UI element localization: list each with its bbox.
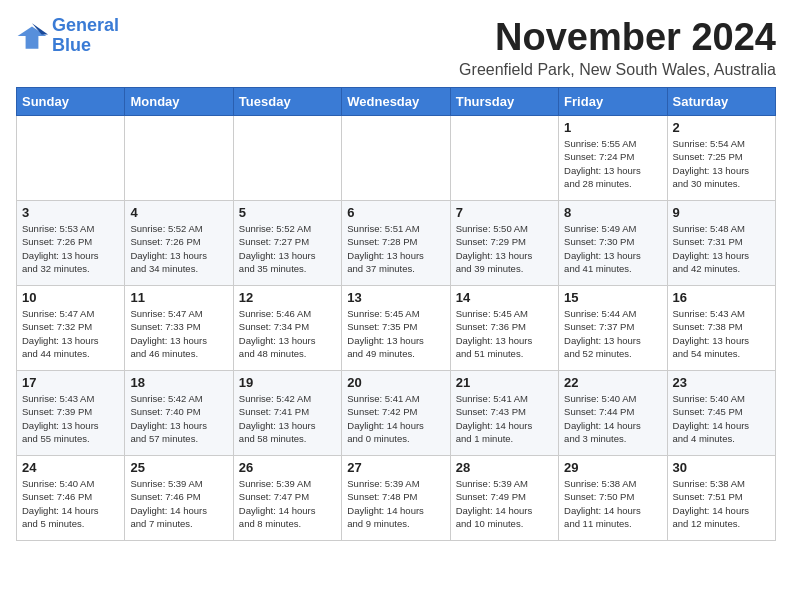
day-number: 17 <box>22 375 119 390</box>
calendar-table: SundayMondayTuesdayWednesdayThursdayFrid… <box>16 87 776 541</box>
day-number: 14 <box>456 290 553 305</box>
cell-info: Sunrise: 5:45 AM Sunset: 7:35 PM Dayligh… <box>347 307 444 360</box>
page-header: General Blue November 2024 Greenfield Pa… <box>16 16 776 79</box>
calendar-week-3: 10Sunrise: 5:47 AM Sunset: 7:32 PM Dayli… <box>17 286 776 371</box>
day-number: 15 <box>564 290 661 305</box>
calendar-cell: 27Sunrise: 5:39 AM Sunset: 7:48 PM Dayli… <box>342 456 450 541</box>
cell-info: Sunrise: 5:48 AM Sunset: 7:31 PM Dayligh… <box>673 222 770 275</box>
location-subtitle: Greenfield Park, New South Wales, Austra… <box>459 61 776 79</box>
cell-info: Sunrise: 5:47 AM Sunset: 7:33 PM Dayligh… <box>130 307 227 360</box>
calendar-cell: 19Sunrise: 5:42 AM Sunset: 7:41 PM Dayli… <box>233 371 341 456</box>
calendar-cell: 28Sunrise: 5:39 AM Sunset: 7:49 PM Dayli… <box>450 456 558 541</box>
calendar-cell: 2Sunrise: 5:54 AM Sunset: 7:25 PM Daylig… <box>667 116 775 201</box>
cell-info: Sunrise: 5:54 AM Sunset: 7:25 PM Dayligh… <box>673 137 770 190</box>
cell-info: Sunrise: 5:41 AM Sunset: 7:42 PM Dayligh… <box>347 392 444 445</box>
day-number: 1 <box>564 120 661 135</box>
day-number: 18 <box>130 375 227 390</box>
weekday-header-friday: Friday <box>559 88 667 116</box>
day-number: 13 <box>347 290 444 305</box>
calendar-cell: 9Sunrise: 5:48 AM Sunset: 7:31 PM Daylig… <box>667 201 775 286</box>
calendar-cell: 26Sunrise: 5:39 AM Sunset: 7:47 PM Dayli… <box>233 456 341 541</box>
cell-info: Sunrise: 5:39 AM Sunset: 7:47 PM Dayligh… <box>239 477 336 530</box>
calendar-cell: 30Sunrise: 5:38 AM Sunset: 7:51 PM Dayli… <box>667 456 775 541</box>
calendar-cell: 21Sunrise: 5:41 AM Sunset: 7:43 PM Dayli… <box>450 371 558 456</box>
day-number: 7 <box>456 205 553 220</box>
cell-info: Sunrise: 5:49 AM Sunset: 7:30 PM Dayligh… <box>564 222 661 275</box>
day-number: 21 <box>456 375 553 390</box>
cell-info: Sunrise: 5:44 AM Sunset: 7:37 PM Dayligh… <box>564 307 661 360</box>
calendar-cell: 20Sunrise: 5:41 AM Sunset: 7:42 PM Dayli… <box>342 371 450 456</box>
cell-info: Sunrise: 5:42 AM Sunset: 7:41 PM Dayligh… <box>239 392 336 445</box>
calendar-cell <box>233 116 341 201</box>
day-number: 2 <box>673 120 770 135</box>
calendar-cell: 3Sunrise: 5:53 AM Sunset: 7:26 PM Daylig… <box>17 201 125 286</box>
calendar-week-5: 24Sunrise: 5:40 AM Sunset: 7:46 PM Dayli… <box>17 456 776 541</box>
day-number: 5 <box>239 205 336 220</box>
calendar-cell: 8Sunrise: 5:49 AM Sunset: 7:30 PM Daylig… <box>559 201 667 286</box>
calendar-cell <box>17 116 125 201</box>
day-number: 3 <box>22 205 119 220</box>
calendar-week-2: 3Sunrise: 5:53 AM Sunset: 7:26 PM Daylig… <box>17 201 776 286</box>
calendar-cell: 1Sunrise: 5:55 AM Sunset: 7:24 PM Daylig… <box>559 116 667 201</box>
cell-info: Sunrise: 5:40 AM Sunset: 7:44 PM Dayligh… <box>564 392 661 445</box>
cell-info: Sunrise: 5:41 AM Sunset: 7:43 PM Dayligh… <box>456 392 553 445</box>
calendar-cell: 12Sunrise: 5:46 AM Sunset: 7:34 PM Dayli… <box>233 286 341 371</box>
day-number: 29 <box>564 460 661 475</box>
cell-info: Sunrise: 5:52 AM Sunset: 7:27 PM Dayligh… <box>239 222 336 275</box>
svg-marker-0 <box>18 26 47 48</box>
weekday-header-tuesday: Tuesday <box>233 88 341 116</box>
calendar-cell <box>125 116 233 201</box>
cell-info: Sunrise: 5:38 AM Sunset: 7:50 PM Dayligh… <box>564 477 661 530</box>
cell-info: Sunrise: 5:43 AM Sunset: 7:39 PM Dayligh… <box>22 392 119 445</box>
weekday-header-sunday: Sunday <box>17 88 125 116</box>
day-number: 25 <box>130 460 227 475</box>
day-number: 4 <box>130 205 227 220</box>
weekday-header-wednesday: Wednesday <box>342 88 450 116</box>
calendar-cell: 11Sunrise: 5:47 AM Sunset: 7:33 PM Dayli… <box>125 286 233 371</box>
cell-info: Sunrise: 5:40 AM Sunset: 7:46 PM Dayligh… <box>22 477 119 530</box>
logo: General Blue <box>16 16 119 56</box>
calendar-week-4: 17Sunrise: 5:43 AM Sunset: 7:39 PM Dayli… <box>17 371 776 456</box>
calendar-cell: 6Sunrise: 5:51 AM Sunset: 7:28 PM Daylig… <box>342 201 450 286</box>
cell-info: Sunrise: 5:38 AM Sunset: 7:51 PM Dayligh… <box>673 477 770 530</box>
weekday-header-monday: Monday <box>125 88 233 116</box>
logo-text: General Blue <box>52 16 119 56</box>
cell-info: Sunrise: 5:39 AM Sunset: 7:46 PM Dayligh… <box>130 477 227 530</box>
cell-info: Sunrise: 5:40 AM Sunset: 7:45 PM Dayligh… <box>673 392 770 445</box>
weekday-header-saturday: Saturday <box>667 88 775 116</box>
calendar-cell: 18Sunrise: 5:42 AM Sunset: 7:40 PM Dayli… <box>125 371 233 456</box>
day-number: 22 <box>564 375 661 390</box>
day-number: 19 <box>239 375 336 390</box>
day-number: 28 <box>456 460 553 475</box>
cell-info: Sunrise: 5:39 AM Sunset: 7:49 PM Dayligh… <box>456 477 553 530</box>
calendar-cell: 24Sunrise: 5:40 AM Sunset: 7:46 PM Dayli… <box>17 456 125 541</box>
day-number: 23 <box>673 375 770 390</box>
cell-info: Sunrise: 5:50 AM Sunset: 7:29 PM Dayligh… <box>456 222 553 275</box>
calendar-week-1: 1Sunrise: 5:55 AM Sunset: 7:24 PM Daylig… <box>17 116 776 201</box>
calendar-cell: 25Sunrise: 5:39 AM Sunset: 7:46 PM Dayli… <box>125 456 233 541</box>
day-number: 16 <box>673 290 770 305</box>
day-number: 11 <box>130 290 227 305</box>
month-title: November 2024 <box>459 16 776 59</box>
calendar-cell: 23Sunrise: 5:40 AM Sunset: 7:45 PM Dayli… <box>667 371 775 456</box>
day-number: 24 <box>22 460 119 475</box>
cell-info: Sunrise: 5:53 AM Sunset: 7:26 PM Dayligh… <box>22 222 119 275</box>
cell-info: Sunrise: 5:45 AM Sunset: 7:36 PM Dayligh… <box>456 307 553 360</box>
cell-info: Sunrise: 5:42 AM Sunset: 7:40 PM Dayligh… <box>130 392 227 445</box>
calendar-cell: 22Sunrise: 5:40 AM Sunset: 7:44 PM Dayli… <box>559 371 667 456</box>
calendar-cell: 17Sunrise: 5:43 AM Sunset: 7:39 PM Dayli… <box>17 371 125 456</box>
day-number: 6 <box>347 205 444 220</box>
cell-info: Sunrise: 5:39 AM Sunset: 7:48 PM Dayligh… <box>347 477 444 530</box>
day-number: 27 <box>347 460 444 475</box>
title-area: November 2024 Greenfield Park, New South… <box>459 16 776 79</box>
calendar-cell: 10Sunrise: 5:47 AM Sunset: 7:32 PM Dayli… <box>17 286 125 371</box>
calendar-cell: 7Sunrise: 5:50 AM Sunset: 7:29 PM Daylig… <box>450 201 558 286</box>
cell-info: Sunrise: 5:47 AM Sunset: 7:32 PM Dayligh… <box>22 307 119 360</box>
cell-info: Sunrise: 5:55 AM Sunset: 7:24 PM Dayligh… <box>564 137 661 190</box>
day-number: 20 <box>347 375 444 390</box>
day-number: 10 <box>22 290 119 305</box>
calendar-cell: 13Sunrise: 5:45 AM Sunset: 7:35 PM Dayli… <box>342 286 450 371</box>
day-number: 12 <box>239 290 336 305</box>
calendar-cell: 14Sunrise: 5:45 AM Sunset: 7:36 PM Dayli… <box>450 286 558 371</box>
calendar-cell: 4Sunrise: 5:52 AM Sunset: 7:26 PM Daylig… <box>125 201 233 286</box>
